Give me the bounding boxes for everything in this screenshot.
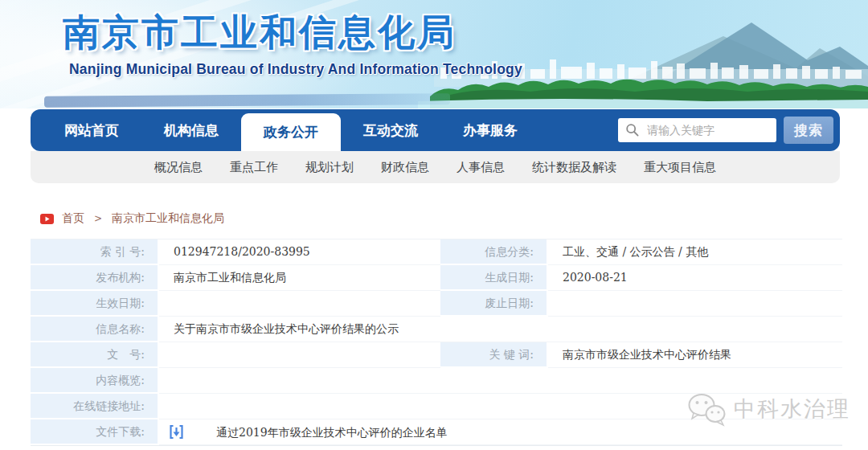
field-label: 发布机构:: [31, 265, 159, 291]
field-label: 关 键 词:: [440, 342, 548, 368]
field-value: 关于南京市市级企业技术中心评价结果的公示: [159, 317, 842, 342]
watermark: 中科水治理: [686, 391, 850, 427]
field-value: [159, 291, 440, 317]
field-label: 索 引 号:: [31, 239, 159, 265]
search-icon: [625, 123, 640, 137]
download-icon[interactable]: [169, 424, 184, 440]
nav-item-interaction[interactable]: 互动交流: [341, 109, 440, 151]
breadcrumb: 首页 > 南京市工业和信息化局: [40, 211, 224, 226]
field-label: 生成日期:: [440, 265, 548, 291]
field-value: 工业、交通 / 公示公告 / 其他: [548, 239, 842, 265]
field-label: 内容概览:: [31, 368, 159, 394]
subnav-item-2[interactable]: 重点工作: [230, 160, 278, 175]
header-banner: 南京市工业和信息化局 Nanjing Municipal Bureau of I…: [0, 0, 868, 108]
wechat-logo-icon: [686, 391, 727, 427]
site-subtitle-english: Nanjing Municipal Bureau of Industry And…: [69, 61, 522, 78]
field-label: 生效日期:: [31, 291, 159, 317]
breadcrumb-home-link[interactable]: 首页: [62, 211, 84, 226]
table-row: 内容概览:: [31, 368, 842, 394]
field-value: 南京市市级企业技术中心评价结果: [548, 342, 842, 368]
field-label: 在线链接地址:: [31, 394, 159, 419]
table-row: 发布机构:南京市工业和信息化局生成日期:2020-08-21: [31, 265, 842, 291]
table-row: 索 引 号:012947218/2020-83995信息分类:工业、交通 / 公…: [31, 239, 842, 265]
field-label: 信息名称:: [31, 317, 159, 342]
field-label: 文件下载:: [31, 419, 159, 445]
nav-item-services[interactable]: 办事服务: [440, 109, 540, 151]
subnav-item-5[interactable]: 人事信息: [457, 160, 505, 175]
field-label: 文 号:: [31, 342, 159, 368]
table-row: 文 号:关 键 词:南京市市级企业技术中心评价结果: [31, 342, 842, 368]
search-button[interactable]: 搜索: [784, 117, 833, 144]
subnav-item-6[interactable]: 统计数据及解读: [532, 160, 616, 175]
nav-items: 网站首页机构信息政务公开互动交流办事服务: [31, 109, 540, 151]
subnav-item-4[interactable]: 财政信息: [381, 160, 429, 175]
search-box: [618, 118, 776, 142]
subnav-bar: 概况信息重点工作规划计划财政信息人事信息统计数据及解读重大项目信息: [31, 151, 840, 183]
field-value: [548, 291, 842, 317]
breadcrumb-home-icon: [40, 214, 54, 224]
main-navbar: 网站首页机构信息政务公开互动交流办事服务 搜索: [31, 109, 840, 151]
nav-item-home[interactable]: 网站首页: [42, 109, 141, 151]
field-value: [159, 342, 440, 368]
subnav-item-1[interactable]: 概况信息: [154, 160, 203, 175]
subnav-item-7[interactable]: 重大项目信息: [644, 160, 716, 175]
subnav-item-3[interactable]: 规划计划: [305, 160, 354, 175]
field-value: [159, 368, 842, 394]
field-value: 012947218/2020-83995: [159, 239, 440, 265]
breadcrumb-current-page[interactable]: 南京市工业和信息化局: [112, 211, 224, 226]
breadcrumb-separator: >: [94, 213, 102, 224]
nav-item-gov-open[interactable]: 政务公开: [241, 113, 341, 151]
table-row: 生效日期:废止日期:: [31, 291, 842, 317]
watermark-text: 中科水治理: [734, 395, 850, 423]
field-label: 信息分类:: [440, 239, 548, 265]
search-input[interactable]: [618, 118, 776, 142]
search-area: 搜索: [618, 109, 833, 151]
nav-item-org-info[interactable]: 机构信息: [141, 109, 241, 151]
site-title: 南京市工业和信息化局: [63, 8, 457, 58]
field-value: 南京市工业和信息化局: [159, 265, 440, 291]
table-row: 信息名称:关于南京市市级企业技术中心评价结果的公示: [31, 317, 842, 342]
field-value: 2020-08-21: [548, 265, 842, 291]
field-label: 废止日期:: [440, 291, 548, 317]
download-file-link[interactable]: 通过2019年市级企业技术中心评价的企业名单: [216, 420, 448, 444]
